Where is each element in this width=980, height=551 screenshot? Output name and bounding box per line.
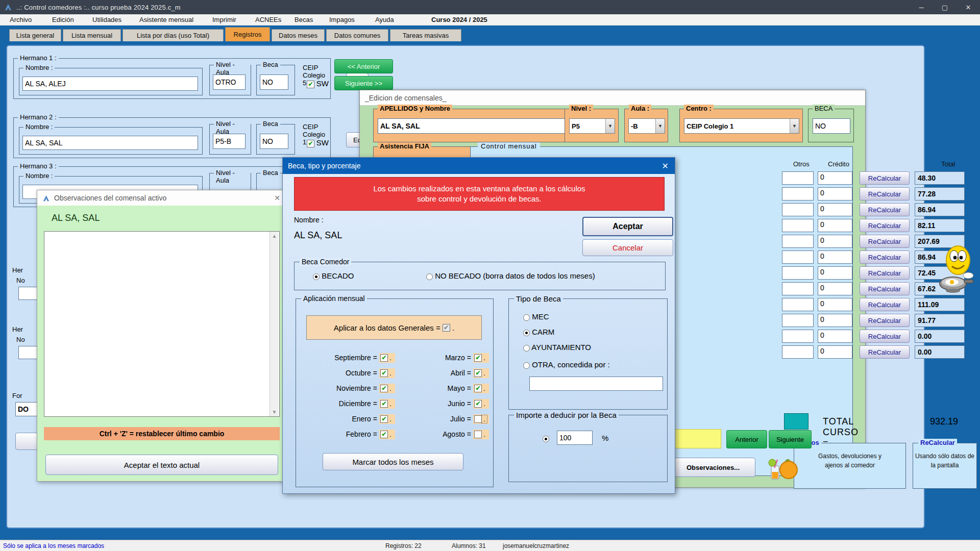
credito-input[interactable]: 0 [818,251,852,264]
importe-input[interactable]: 100 [557,431,593,445]
carm-radio[interactable] [523,330,530,336]
hermano2-nombre-input[interactable]: AL SA, SAL [22,136,198,150]
menu-utilidades[interactable]: Utilidades [92,16,121,23]
recalcular-button[interactable]: ReCalcular [860,251,910,264]
credito-input[interactable]: 0 [818,171,852,185]
menu-ayuda[interactable]: Ayuda [375,16,394,23]
close-icon[interactable]: ✕ [274,194,280,202]
otros-input[interactable] [782,345,814,359]
credito-input[interactable]: 0 [818,187,852,201]
ayuntamiento-radio[interactable] [523,345,530,352]
recalcular-button[interactable]: ReCalcular [860,282,910,295]
tab-tareas-masivas[interactable]: Tareas masivas [390,29,461,41]
recalcular-button[interactable]: ReCalcular [860,266,910,280]
observaciones-titlebar[interactable]: Observaciones del comensal activo ✕ [37,190,285,206]
febrero-checkbox[interactable] [380,431,388,438]
hermano4-input-sliver[interactable] [18,287,38,300]
menu-archivo[interactable]: Archivo [10,16,32,23]
abril-checkbox[interactable] [474,369,482,377]
recalcular-button[interactable]: ReCalcular [860,314,910,327]
close-button[interactable]: ✕ [957,0,980,14]
button-sliver[interactable] [15,433,40,450]
beca-dialog-titlebar[interactable]: Beca, tipo y porcentaje ✕ [283,158,675,174]
otros-input[interactable] [782,251,814,264]
chevron-down-icon[interactable]: ▼ [655,119,665,133]
credito-input[interactable]: 0 [818,345,852,359]
tab-datos-meses[interactable]: Datos meses [272,29,325,41]
hermano1-sw-checkbox[interactable] [307,81,314,88]
anterior-button[interactable]: Anterior [726,430,767,448]
recalcular-button[interactable]: ReCalcular [860,219,910,232]
chevron-down-icon[interactable]: ▼ [790,119,799,133]
chevron-down-icon[interactable]: ▼ [605,119,615,133]
credito-input[interactable]: 0 [818,219,852,232]
tab-registros[interactable]: Registros [225,27,270,41]
recalcular-button[interactable]: ReCalcular [860,171,910,185]
mec-radio[interactable] [523,314,530,321]
aula-combo[interactable]: -B ▼ [628,118,665,134]
observaciones-button[interactable]: Observaciones... [671,458,755,477]
menu-imprimir[interactable]: Imprimir [212,16,236,23]
marzo-checkbox[interactable] [474,354,482,362]
octubre-checkbox[interactable] [380,369,388,377]
junio-checkbox[interactable] [474,400,482,408]
otros-input[interactable] [782,330,814,343]
recalcular-button[interactable]: ReCalcular [860,203,910,216]
hermano2-nivel-aula-input[interactable]: P5-B [213,134,246,149]
hermano1-nombre-input[interactable]: AL SA, ALEJ [22,77,198,91]
scroll-up-icon[interactable]: ▲ [270,232,279,240]
otros-input[interactable] [782,235,814,248]
cancelar-button[interactable]: Cancelar [582,239,673,256]
maximize-button[interactable]: ▢ [933,0,957,14]
otra-input[interactable] [529,377,663,391]
recalcular-button[interactable]: ReCalcular [860,345,910,359]
tab-lista-por-dias[interactable]: Lista por días (uso Total) [122,29,224,41]
recalcular-button[interactable]: ReCalcular [860,330,910,343]
mayo-checkbox[interactable] [474,385,482,392]
hermano1-nivel-aula-input[interactable]: OTRO [213,74,246,90]
otros-input[interactable] [782,266,814,280]
otros-input[interactable] [782,203,814,216]
credito-input[interactable]: 0 [818,314,852,327]
credito-input[interactable]: 0 [818,298,852,311]
agosto-checkbox[interactable] [474,431,482,438]
hermano5-input-sliver[interactable] [18,346,38,359]
otros-input[interactable] [782,219,814,232]
scrollbar[interactable]: ▲ ▼ [270,232,278,416]
julio-checkbox[interactable] [474,415,482,423]
enero-checkbox[interactable] [380,415,388,423]
nivel-combo[interactable]: P5 ▼ [569,118,615,134]
tab-lista-general[interactable]: Lista general [9,29,61,41]
noviembre-checkbox[interactable] [380,385,388,392]
credito-input[interactable]: 0 [818,266,852,280]
otros-input[interactable] [782,314,814,327]
centro-combo[interactable]: CEIP Colegio 1 ▼ [684,118,799,134]
recalcular-button[interactable]: ReCalcular [860,235,910,248]
aplicar-generales-button[interactable]: Aplicar a los datos Generales = . [306,315,482,340]
anterior-nav-button[interactable]: << Anterior [334,59,393,73]
tab-lista-mensual[interactable]: Lista mensual [63,29,121,41]
becado-radio[interactable] [313,273,320,280]
hermano1-beca-input[interactable]: NO [260,74,288,90]
no-becado-radio[interactable] [426,273,433,280]
menu-becas[interactable]: Becas [295,16,313,23]
menu-asistente-mensual[interactable]: Asistente mensual [139,16,193,23]
marcar-todos-button[interactable]: Marcar todos los meses [323,453,463,470]
septiembre-checkbox[interactable] [380,354,388,362]
credito-input[interactable]: 0 [818,203,852,216]
recalcular-button[interactable]: ReCalcular [860,187,910,201]
tab-datos-comunes[interactable]: Datos comunes [326,29,388,41]
hermano2-beca-input[interactable]: NO [260,134,288,149]
credito-input[interactable]: 0 [818,330,852,343]
credito-input[interactable]: 0 [818,282,852,295]
diciembre-checkbox[interactable] [380,400,388,408]
siguiente-nav-button[interactable]: Siguiente >> [334,76,393,90]
scroll-down-icon[interactable]: ▼ [270,408,279,416]
minimize-button[interactable]: ─ [910,0,933,14]
recalcular-button[interactable]: ReCalcular [860,298,910,311]
close-icon[interactable]: ✕ [662,158,669,174]
otros-input[interactable] [782,298,814,311]
highlight-field[interactable] [673,429,721,448]
menu-impagos[interactable]: Impagos [329,16,355,23]
credito-input[interactable]: 0 [818,235,852,248]
